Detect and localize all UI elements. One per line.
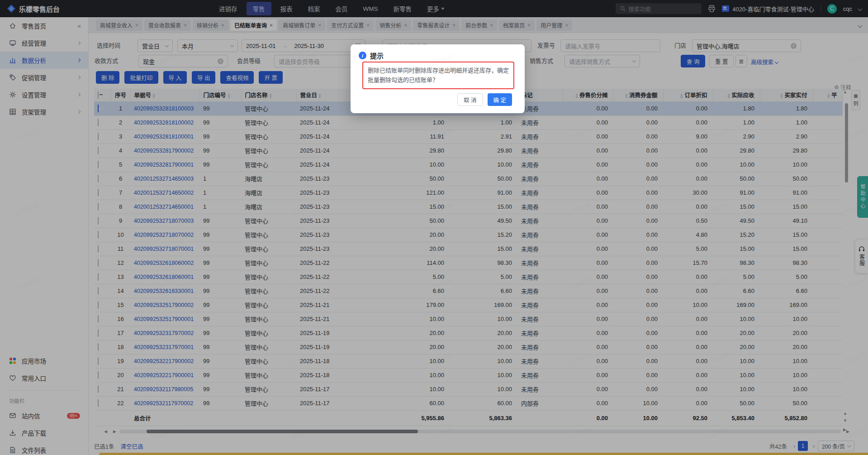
confirm-dialog: i 提示 删除已结账单同时删除库存进出明细并返还库存，确定批量删除勾选的已结账单… (351, 44, 525, 113)
confirm-button[interactable]: 确 定 (488, 93, 512, 106)
dialog-title: 提示 (370, 51, 384, 60)
dialog-message: 删除已结账单同时删除库存进出明细并返还库存，确定批量删除勾选的已结账单？ (362, 62, 514, 89)
info-icon: i (359, 52, 366, 59)
cancel-button[interactable]: 取 消 (457, 93, 483, 106)
